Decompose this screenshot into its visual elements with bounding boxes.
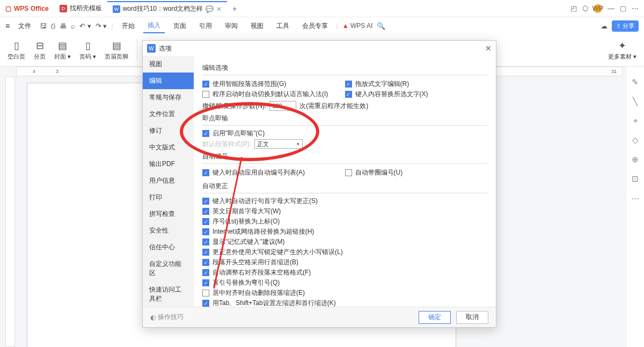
section-autocorrect: 自动更正: [202, 182, 487, 191]
ribbon-pagenum[interactable]: ▯页码 ▾: [77, 40, 98, 61]
undo-icon[interactable]: ↶ ▾: [79, 22, 91, 30]
side-panel: ✎ ╲ ⌖ ◇ ⊕ ⊡ ⋯: [626, 67, 644, 347]
cb[interactable]: ✓: [202, 249, 209, 256]
nav-trust[interactable]: 信任中心: [143, 239, 194, 256]
label: 自动带圈编号(U): [355, 168, 403, 177]
share-button[interactable]: ⇧ 分享: [612, 20, 639, 32]
nav-userinfo[interactable]: 用户信息: [143, 172, 194, 189]
cb[interactable]: ✓: [202, 228, 209, 235]
options-dialog: W 选项 ✕ 视图 编辑 常规与保存 文件位置 修订 中文版式 输出PDF 用户…: [142, 40, 496, 328]
style-select[interactable]: 正文▼: [254, 139, 303, 149]
dialog-title: 选项: [159, 44, 172, 53]
menu-start[interactable]: 开始: [118, 19, 139, 33]
ribbon-divider[interactable]: ⊟分页: [32, 40, 48, 61]
tab-templates[interactable]: D找稻壳模板: [54, 1, 107, 16]
text-icon[interactable]: ⊡: [632, 174, 639, 184]
label: 拖放式文字编辑(R): [355, 79, 409, 89]
checkbox-smartselect[interactable]: ✓: [202, 81, 209, 88]
nav-general[interactable]: 常规与保存: [143, 89, 194, 106]
checkbox-ime[interactable]: [202, 91, 209, 98]
nav-spell[interactable]: 拼写检查: [143, 206, 194, 222]
checkbox-autonumlist[interactable]: ✓: [202, 169, 209, 176]
checkbox-dragedit[interactable]: ✓: [345, 81, 352, 88]
print-icon[interactable]: 🖶: [60, 22, 67, 30]
menu-review[interactable]: 审阅: [221, 19, 242, 33]
menu-page[interactable]: 页面: [169, 19, 191, 33]
checkbox-instant[interactable]: ✓: [202, 130, 209, 137]
cloud-icon[interactable]: ☁: [601, 22, 608, 30]
highlighter-icon[interactable]: ╲: [633, 97, 638, 106]
hamburger-icon[interactable]: ≡: [5, 21, 10, 30]
search-icon[interactable]: 🔍: [377, 22, 385, 30]
comment-icon: 💬: [206, 5, 214, 13]
cb[interactable]: ✓: [202, 198, 209, 205]
nav-qat[interactable]: 快速访问工具栏: [143, 281, 194, 307]
undo-steps-input[interactable]: 128: [269, 101, 296, 111]
avatar[interactable]: WP: [594, 4, 602, 13]
maximize-icon[interactable]: ▢: [620, 4, 626, 12]
wps-ai[interactable]: ▲ WPS AI: [342, 22, 373, 30]
cube-icon[interactable]: ⬡: [582, 4, 588, 12]
close-window-icon[interactable]: ⋯: [632, 4, 639, 12]
redo-icon[interactable]: ↷ ▾: [96, 22, 107, 30]
cb[interactable]: ✓: [202, 279, 209, 286]
checkbox-replaceselect[interactable]: ✓: [345, 91, 352, 98]
menu-member[interactable]: 会员专享: [298, 19, 332, 33]
tab-label: word技巧10：word文档怎样: [123, 4, 203, 13]
minimize-icon[interactable]: —: [608, 4, 614, 12]
label: 英文日期首字母大写(W): [213, 207, 281, 216]
nav-customize[interactable]: 自定义功能区: [143, 256, 194, 281]
cb[interactable]: ✓: [202, 218, 209, 225]
close-icon[interactable]: ✕: [216, 5, 222, 13]
ribbon-cover[interactable]: ▤封面 ▾: [52, 40, 73, 61]
menu-file[interactable]: 文件: [14, 19, 35, 33]
nav-revision[interactable]: 修订: [143, 122, 194, 139]
preview-icon[interactable]: ⌕: [71, 22, 75, 30]
cursor-icon[interactable]: ⌖: [633, 116, 638, 126]
tips-link[interactable]: ◐ 操作技巧: [150, 313, 184, 322]
cb[interactable]: [202, 290, 209, 297]
label: 直引号替换为弯引号(Q): [213, 278, 280, 287]
label: 序号(1st)替换为上标(O): [213, 217, 280, 226]
menu-ref[interactable]: 引用: [195, 19, 216, 33]
ribbon-headerfooter[interactable]: ▤页眉页脚: [103, 40, 130, 61]
circle-icon[interactable]: ⊕: [632, 155, 639, 164]
nav-view[interactable]: 视图: [143, 56, 194, 73]
dialog-footer: ◐ 操作技巧 确定 取消: [143, 307, 496, 327]
ribbon-blank[interactable]: ▯空白页: [5, 40, 27, 61]
cb[interactable]: ✓: [202, 238, 209, 245]
ruler-vertical[interactable]: [5, 76, 15, 347]
close-icon[interactable]: ✕: [485, 44, 492, 53]
checkbox-circlednum[interactable]: [345, 169, 352, 176]
label: 程序启动时自动切换到默认语言输入法(I): [213, 90, 328, 99]
more-icon[interactable]: ⋯: [631, 193, 639, 203]
new-tab[interactable]: +: [227, 1, 242, 16]
menu-insert[interactable]: 插入: [143, 19, 165, 33]
nav-outpdf[interactable]: 输出PDF: [143, 156, 194, 172]
cb[interactable]: ✓: [202, 259, 209, 266]
cb[interactable]: ✓: [202, 269, 209, 276]
ok-button[interactable]: 确定: [419, 311, 451, 324]
nav-cnlayout[interactable]: 中文版式: [143, 139, 194, 156]
app-tab[interactable]: ▢WPS Office: [0, 1, 54, 16]
tab-document[interactable]: Wword技巧10：word文档怎样💬✕: [107, 1, 227, 16]
label: 启用"即点即输"(C): [213, 129, 265, 138]
nav-security[interactable]: 安全性: [143, 222, 194, 239]
cb[interactable]: ✓: [202, 300, 209, 307]
nav-edit[interactable]: 编辑: [143, 73, 194, 89]
eraser-icon[interactable]: ◇: [632, 135, 639, 145]
nav-print[interactable]: 打印: [143, 189, 194, 206]
window-icon[interactable]: ◰: [570, 4, 577, 12]
cb[interactable]: ✓: [202, 208, 209, 215]
print-quick-icon[interactable]: ⎙: [51, 22, 55, 30]
menu-tools[interactable]: 工具: [272, 19, 294, 33]
ribbon-separator: [137, 40, 137, 61]
menu-view[interactable]: 视图: [246, 19, 268, 33]
ribbon-more[interactable]: ✦更多素材 ▾: [606, 40, 639, 61]
save-icon[interactable]: 🖫: [40, 22, 47, 30]
label: Internet或网络路径替换为超链接(H): [213, 227, 314, 236]
nav-fileloc[interactable]: 文件位置: [143, 106, 194, 122]
titlebar-right: ◰ ⬡ WP — ▢ ⋯: [570, 4, 644, 13]
pencil-icon[interactable]: ✎: [632, 77, 639, 87]
cancel-button[interactable]: 取消: [456, 311, 488, 324]
